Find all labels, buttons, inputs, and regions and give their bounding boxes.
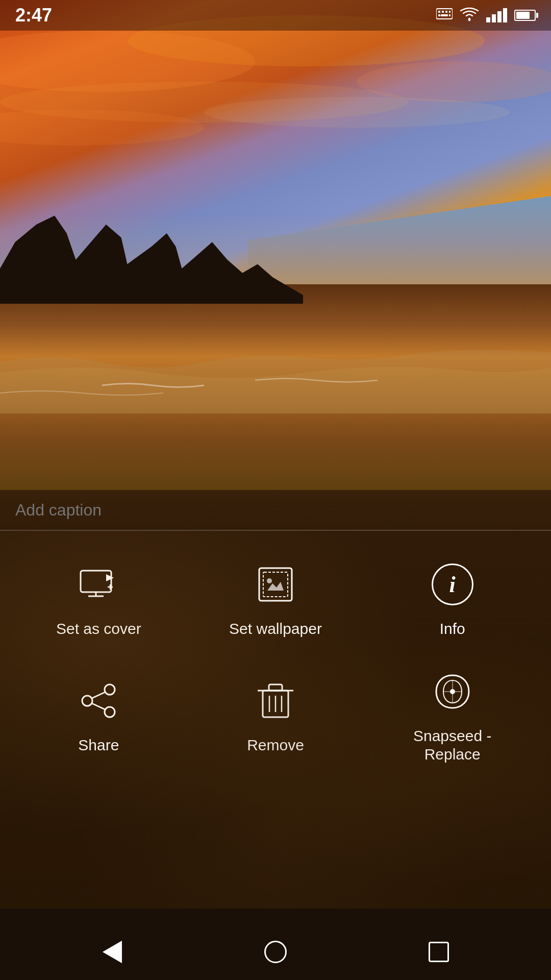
status-icons — [436, 7, 536, 24]
status-bar: 2:47 — [0, 0, 551, 31]
photo-display — [0, 0, 551, 490]
home-icon — [264, 941, 287, 963]
home-button[interactable] — [260, 937, 291, 967]
sand-background — [0, 531, 551, 909]
battery-icon — [514, 10, 536, 21]
svg-rect-2 — [442, 11, 444, 13]
recents-icon — [429, 942, 449, 962]
svg-rect-3 — [445, 11, 447, 13]
actions-area: Set as cover Set wallpaper i — [0, 531, 551, 909]
status-time: 2:47 — [15, 5, 52, 26]
svg-rect-4 — [449, 11, 450, 13]
caption-area[interactable] — [0, 490, 551, 531]
wifi-icon — [460, 7, 479, 23]
signal-icon — [486, 8, 507, 22]
recents-button[interactable] — [423, 937, 454, 967]
svg-rect-0 — [436, 9, 453, 19]
svg-rect-7 — [449, 14, 450, 16]
svg-point-14 — [204, 97, 510, 128]
caption-input[interactable] — [15, 501, 536, 520]
svg-rect-1 — [438, 11, 440, 13]
nav-bar — [0, 924, 551, 980]
svg-point-8 — [468, 18, 471, 21]
back-icon — [103, 941, 122, 963]
keyboard-icon — [436, 7, 453, 24]
caption-divider — [0, 530, 551, 530]
svg-rect-5 — [438, 14, 440, 16]
back-button[interactable] — [97, 937, 128, 967]
svg-rect-6 — [441, 14, 448, 16]
